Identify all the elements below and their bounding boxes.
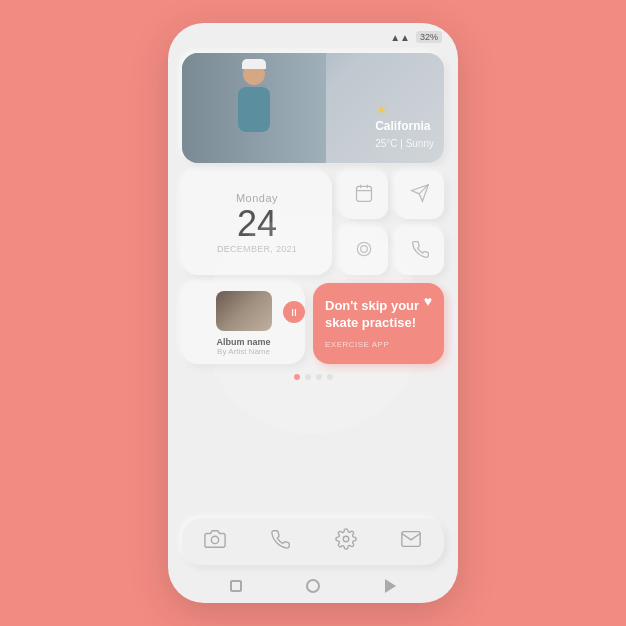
phone-frame: ▲▲ 32% ☀ California 25°C | Sunny xyxy=(168,23,458,603)
calendar-date: 24 xyxy=(237,204,277,244)
album-art xyxy=(216,291,272,331)
nav-bar xyxy=(168,573,458,603)
calendar-app-icon[interactable] xyxy=(340,171,388,219)
music-exercise-row: ⏸ Album name By Artist Name ♥ Don't skip… xyxy=(182,283,444,364)
status-bar: ▲▲ 32% xyxy=(168,23,458,47)
dot-1 xyxy=(294,374,300,380)
app-dock xyxy=(182,518,444,565)
send-app-icon[interactable] xyxy=(396,171,444,219)
dot-3 xyxy=(316,374,322,380)
calendar-icon xyxy=(354,183,374,208)
phone-icon xyxy=(410,239,430,264)
phone-content: ☀ California 25°C | Sunny Monday 24 DECE… xyxy=(168,47,458,518)
album-name: Album name xyxy=(216,337,270,347)
person-body xyxy=(238,87,270,132)
calendar-month: DECEMBER, 2021 xyxy=(217,244,297,254)
recent-button[interactable] xyxy=(385,579,396,593)
wifi-icon: ▲▲ xyxy=(390,32,410,43)
battery-indicator: 32% xyxy=(416,31,442,43)
exercise-message: Don't skip your skate practise! xyxy=(325,298,432,332)
dock-phone-icon[interactable] xyxy=(269,528,291,555)
svg-point-9 xyxy=(343,536,349,542)
album-art-image xyxy=(216,291,272,331)
music-widget[interactable]: ⏸ Album name By Artist Name xyxy=(182,283,305,364)
weather-location: California xyxy=(375,119,434,133)
person-silhouette xyxy=(229,63,279,153)
pause-button[interactable]: ⏸ xyxy=(283,301,305,323)
dock-mail-icon[interactable] xyxy=(400,528,422,555)
page-dots xyxy=(182,372,444,382)
pause-icon: ⏸ xyxy=(289,307,299,318)
camera-icon xyxy=(354,239,374,264)
svg-point-6 xyxy=(361,245,368,252)
dock-camera-icon[interactable] xyxy=(204,528,226,555)
camera-app-icon[interactable] xyxy=(340,227,388,275)
phone-app-icon[interactable] xyxy=(396,227,444,275)
dot-2 xyxy=(305,374,311,380)
calendar-icon-row: Monday 24 DECEMBER, 2021 xyxy=(182,171,444,275)
dock-settings-icon[interactable] xyxy=(335,528,357,555)
back-button[interactable] xyxy=(306,579,320,593)
svg-point-8 xyxy=(211,536,218,543)
person-hat xyxy=(242,59,266,69)
weather-info: ☀ California 25°C | Sunny xyxy=(375,101,434,151)
weather-description: 25°C | Sunny xyxy=(375,138,434,149)
exercise-widget[interactable]: ♥ Don't skip your skate practise! EXERCI… xyxy=(313,283,444,364)
weather-person-image xyxy=(182,53,326,163)
dot-4 xyxy=(327,374,333,380)
exercise-app-label: EXERCISE APP xyxy=(325,340,432,349)
send-icon xyxy=(410,183,430,208)
artist-name: By Artist Name xyxy=(217,347,270,356)
svg-rect-0 xyxy=(357,186,372,201)
icon-grid xyxy=(340,171,444,275)
svg-point-7 xyxy=(357,242,370,255)
weather-widget[interactable]: ☀ California 25°C | Sunny xyxy=(182,53,444,163)
sun-icon: ☀ xyxy=(375,102,388,118)
heart-icon: ♥ xyxy=(424,293,432,309)
calendar-widget[interactable]: Monday 24 DECEMBER, 2021 xyxy=(182,171,332,275)
home-button[interactable] xyxy=(230,580,242,592)
